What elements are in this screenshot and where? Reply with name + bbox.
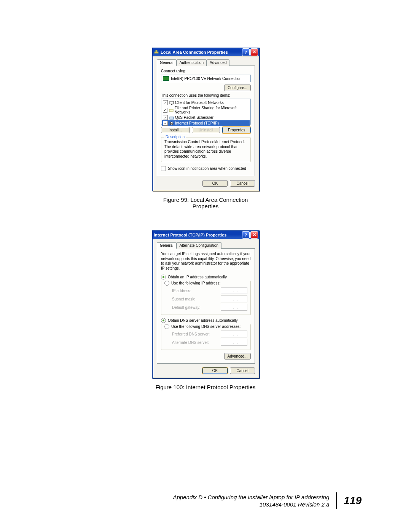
item-label: QoS Packet Scheduler xyxy=(175,115,213,120)
svg-rect-2 xyxy=(170,101,174,104)
figure-caption: Figure 100: Internet Protocol Properties xyxy=(152,384,259,390)
tabs: General Authentication Advanced xyxy=(157,59,255,66)
advanced-row: Advanced... xyxy=(161,353,251,359)
alt-dns-input: . . . xyxy=(221,339,247,346)
ip-fields: IP address: . . . Subnet mask: . . . Def… xyxy=(172,287,247,311)
radio-icon[interactable] xyxy=(161,275,166,280)
list-item-selected[interactable]: ✓ Internet Protocol (TCP/IP) xyxy=(162,120,250,126)
checkbox-icon[interactable]: ✓ xyxy=(163,121,168,126)
checkbox-icon[interactable]: ✓ xyxy=(163,100,168,105)
ip-group: Use the following IP address: IP address… xyxy=(161,281,251,315)
items-listbox[interactable]: ✓ Client for Microsoft Networks ✓ File a… xyxy=(161,99,251,125)
nic-icon xyxy=(163,76,169,81)
document-page: Local Area Connection Properties ? ✕ Gen… xyxy=(0,0,411,532)
cancel-button[interactable]: Cancel xyxy=(230,367,255,374)
description-text: Transmission Control Protocol/Internet P… xyxy=(164,140,247,159)
titlebar[interactable]: Local Area Connection Properties ? ✕ xyxy=(153,48,259,56)
share-icon xyxy=(169,108,173,113)
page-footer: Appendix D • Configuring the installer l… xyxy=(173,492,362,509)
subnet-label: Subnet mask: xyxy=(172,297,218,301)
radio-use-ip[interactable]: Use the following IP address: xyxy=(164,281,247,286)
dialog-buttons: OK Cancel xyxy=(157,180,255,187)
adapter-name: Intel(R) PRO/100 VE Network Connection xyxy=(171,77,242,81)
tab-content: Connect using: Intel(R) PRO/100 VE Netwo… xyxy=(157,66,255,176)
client-icon xyxy=(169,100,174,105)
show-icon-label: Show icon in notification area when conn… xyxy=(168,166,246,171)
description-legend: Description xyxy=(164,135,186,139)
list-item[interactable]: ✓ Client for Microsoft Networks xyxy=(162,100,250,105)
connect-using-label: Connect using: xyxy=(161,69,251,73)
checkbox-icon[interactable] xyxy=(161,166,166,171)
ip-address-label: IP address: xyxy=(172,289,218,293)
help-button[interactable]: ? xyxy=(242,231,250,239)
tcpip-icon xyxy=(169,121,174,126)
advanced-button[interactable]: Advanced... xyxy=(224,353,251,359)
svg-rect-0 xyxy=(155,52,158,53)
items-label: This connection uses the following items… xyxy=(161,93,251,97)
configure-button[interactable]: Configure... xyxy=(224,85,251,91)
dialog-body: General Authentication Advanced Connect … xyxy=(153,57,258,190)
ok-button[interactable]: OK xyxy=(202,367,228,374)
tab-general[interactable]: General xyxy=(157,59,177,66)
figure-100: Internet Protocol (TCP/IP) Properties ? … xyxy=(152,230,259,390)
intro-text: You can get IP settings assigned automat… xyxy=(161,252,251,271)
radio-auto-dns[interactable]: Obtain DNS server address automatically xyxy=(161,318,251,323)
uninstall-button: Uninstall xyxy=(192,127,220,133)
radio-label: Use the following DNS server addresses: xyxy=(171,324,241,329)
cancel-button[interactable]: Cancel xyxy=(230,180,255,187)
qos-icon xyxy=(169,115,174,120)
radio-auto-ip[interactable]: Obtain an IP address automatically xyxy=(161,275,251,280)
dialog-title: Local Area Connection Properties xyxy=(161,50,228,54)
properties-button[interactable]: Properties xyxy=(222,127,251,133)
list-item[interactable]: ✓ File and Printer Sharing for Microsoft… xyxy=(162,105,250,115)
tab-content: You can get IP settings assigned automat… xyxy=(157,248,255,364)
radio-use-dns[interactable]: Use the following DNS server addresses: xyxy=(164,324,247,329)
item-label: File and Printer Sharing for Microsoft N… xyxy=(175,106,249,114)
network-icon xyxy=(154,50,159,55)
footer-line2: 1031484-0001 Revision 2.a xyxy=(173,501,330,508)
alt-dns-label: Alternate DNS server: xyxy=(172,340,218,345)
pref-dns-label: Preferred DNS server: xyxy=(172,332,218,336)
dns-group: Use the following DNS server addresses: … xyxy=(161,324,251,350)
svg-rect-5 xyxy=(170,117,174,119)
titlebar[interactable]: Internet Protocol (TCP/IP) Properties ? … xyxy=(153,231,259,239)
list-item[interactable]: ✓ QoS Packet Scheduler xyxy=(162,115,250,120)
dns-fields: Preferred DNS server: . . . Alternate DN… xyxy=(172,331,247,346)
item-buttons-row: Install... Uninstall Properties xyxy=(161,127,251,133)
tcpip-properties-dialog: Internet Protocol (TCP/IP) Properties ? … xyxy=(152,230,260,379)
radio-icon[interactable] xyxy=(164,324,169,329)
tab-alternate[interactable]: Alternate Configuration xyxy=(177,242,221,249)
dialog-buttons: OK Cancel xyxy=(157,367,255,374)
tab-advanced[interactable]: Advanced xyxy=(207,59,229,66)
svg-rect-3 xyxy=(171,104,172,105)
footer-text: Appendix D • Configuring the installer l… xyxy=(173,494,330,508)
footer-line1: Appendix D • Configuring the installer l… xyxy=(173,494,330,501)
radio-icon[interactable] xyxy=(161,318,166,323)
svg-rect-1 xyxy=(156,50,157,52)
ok-button[interactable]: OK xyxy=(202,180,228,187)
item-label: Client for Microsoft Networks xyxy=(175,101,224,105)
checkbox-icon[interactable]: ✓ xyxy=(163,115,168,120)
close-button[interactable]: ✕ xyxy=(250,48,258,56)
configure-row: Configure... xyxy=(161,85,251,91)
dialog-title: Internet Protocol (TCP/IP) Properties xyxy=(154,233,226,237)
ip-address-input: . . . xyxy=(221,287,247,294)
subnet-input: . . . xyxy=(221,296,247,302)
adapter-box: Intel(R) PRO/100 VE Network Connection xyxy=(161,75,251,82)
install-button[interactable]: Install... xyxy=(161,127,190,133)
lan-properties-dialog: Local Area Connection Properties ? ✕ Gen… xyxy=(152,48,260,191)
help-button[interactable]: ? xyxy=(242,48,250,56)
tab-authentication[interactable]: Authentication xyxy=(177,59,207,66)
svg-rect-4 xyxy=(169,109,173,112)
gateway-input: . . . xyxy=(221,304,247,311)
tabs: General Alternate Configuration xyxy=(157,242,255,249)
figure-99: Local Area Connection Properties ? ✕ Gen… xyxy=(152,48,259,209)
show-icon-row[interactable]: Show icon in notification area when conn… xyxy=(161,166,251,171)
page-number: 119 xyxy=(344,495,362,507)
gateway-label: Default gateway: xyxy=(172,305,218,310)
radio-icon[interactable] xyxy=(164,281,169,286)
close-button[interactable]: ✕ xyxy=(250,231,258,239)
checkbox-icon[interactable]: ✓ xyxy=(163,108,167,113)
radio-label: Use the following IP address: xyxy=(171,281,220,285)
tab-general[interactable]: General xyxy=(157,242,177,249)
